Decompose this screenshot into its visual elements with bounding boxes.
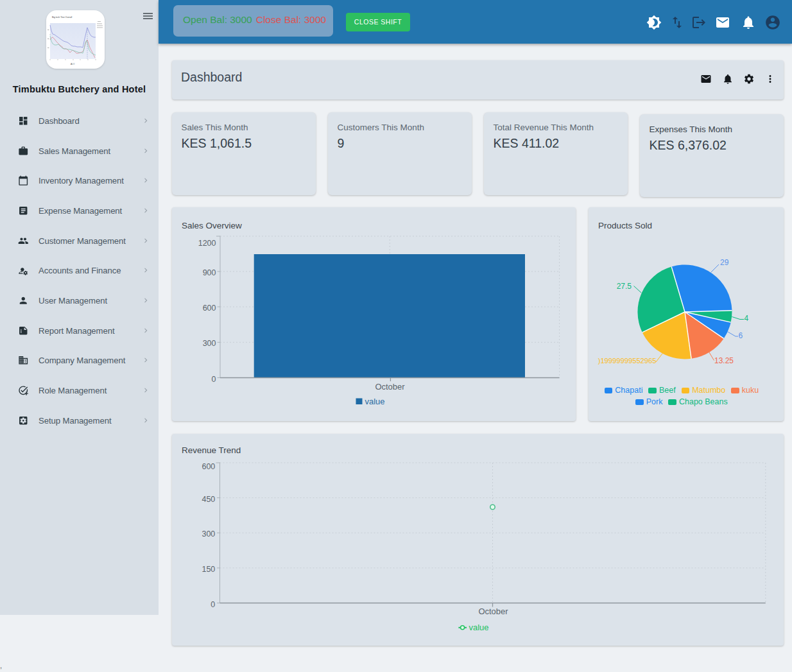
svg-text:300: 300 xyxy=(203,339,216,348)
svg-text:600: 600 xyxy=(203,304,216,313)
svg-text:13.25: 13.25 xyxy=(714,356,734,365)
svg-text:0: 0 xyxy=(211,600,215,609)
svg-text:value: value xyxy=(365,397,385,406)
svg-text:October: October xyxy=(478,607,508,616)
svg-text:6: 6 xyxy=(739,331,743,340)
svg-text:)19999999552965: )19999999552965 xyxy=(598,357,657,365)
svg-text:0: 0 xyxy=(212,375,216,384)
svg-text:450: 450 xyxy=(202,495,215,504)
svg-text:A##: A## xyxy=(71,63,74,65)
svg-text:27.5: 27.5 xyxy=(617,282,632,291)
svg-text:300: 300 xyxy=(202,530,215,538)
svg-text:value: value xyxy=(469,623,489,632)
svg-text:29: 29 xyxy=(720,258,729,267)
svg-text:October: October xyxy=(375,382,405,392)
svg-text:4: 4 xyxy=(745,314,749,323)
svg-text:1200: 1200 xyxy=(198,239,216,248)
svg-text:Big tech Tine Overall: Big tech Tine Overall xyxy=(52,16,73,19)
svg-text:150: 150 xyxy=(202,565,215,574)
svg-text:600: 600 xyxy=(202,462,215,471)
svg-text:900: 900 xyxy=(203,268,216,277)
